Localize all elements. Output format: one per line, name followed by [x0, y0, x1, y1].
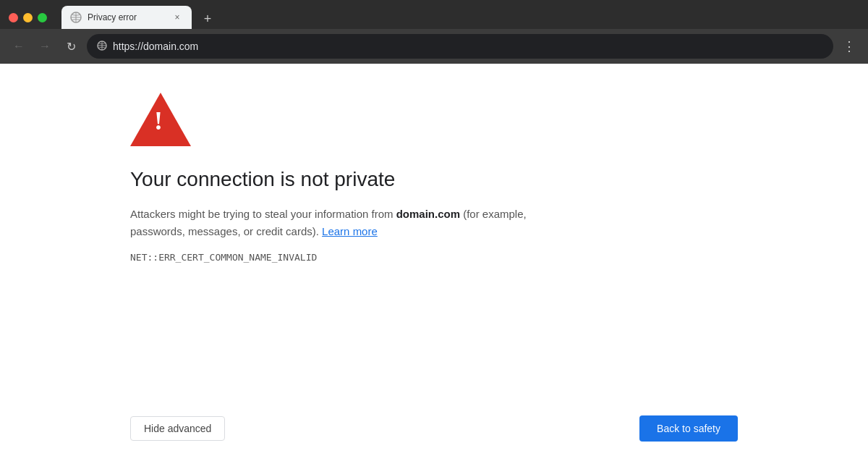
- active-tab[interactable]: Privacy error ×: [61, 6, 192, 29]
- close-window-button[interactable]: [9, 13, 18, 22]
- maximize-window-button[interactable]: [38, 13, 47, 22]
- new-tab-button[interactable]: +: [197, 9, 218, 29]
- action-buttons: Hide advanced Back to safety: [0, 415, 868, 442]
- error-code: NET::ERR_CERT_COMMON_NAME_INVALID: [130, 252, 317, 263]
- tab-close-button[interactable]: ×: [171, 12, 183, 23]
- tab-title: Privacy error: [88, 12, 166, 22]
- address-favicon-icon: [97, 41, 107, 53]
- tab-bar: Privacy error × +: [61, 6, 218, 29]
- warning-triangle: [130, 93, 191, 146]
- reload-button[interactable]: ↻: [61, 36, 81, 56]
- description-prefix: Attackers might be trying to steal your …: [130, 208, 396, 220]
- url-display: https://domain.com: [113, 41, 198, 52]
- browser-chrome: Privacy error × + ← → ↻ https://domain.c…: [0, 0, 868, 64]
- title-bar: Privacy error × +: [0, 0, 868, 29]
- tab-favicon-icon: [70, 12, 82, 23]
- error-page: Your connection is not private Attackers…: [0, 64, 868, 456]
- browser-menu-button[interactable]: ⋮: [839, 36, 859, 56]
- back-button[interactable]: ←: [9, 36, 29, 56]
- domain-name: domain.com: [396, 208, 460, 220]
- forward-button[interactable]: →: [35, 36, 55, 56]
- learn-more-link[interactable]: Learn more: [322, 225, 378, 237]
- back-to-safety-button[interactable]: Back to safety: [639, 415, 738, 442]
- error-description: Attackers might be trying to steal your …: [130, 206, 550, 240]
- warning-icon: [130, 93, 191, 149]
- hide-advanced-button[interactable]: Hide advanced: [130, 416, 225, 441]
- error-title: Your connection is not private: [130, 166, 395, 193]
- minimize-window-button[interactable]: [23, 13, 33, 22]
- address-bar-row: ← → ↻ https://domain.com ⋮: [0, 29, 868, 64]
- address-bar[interactable]: https://domain.com: [87, 34, 833, 59]
- window-controls: [9, 13, 47, 22]
